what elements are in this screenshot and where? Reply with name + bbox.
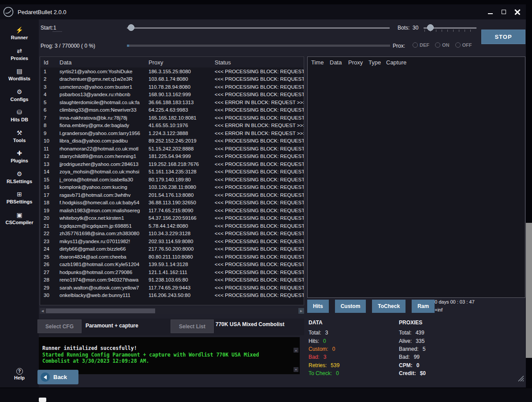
sidebar-item-rlsettings[interactable]: ⚙RLSettings [0, 167, 39, 188]
log-line: Runner initialized succesfully! [42, 345, 288, 352]
table-row[interactable]: 6climbing33@msn.com:Newriver3364.225.4.6… [40, 106, 304, 114]
table-row[interactable]: 17ragavb71@hotmail.com:3whthv201.54.176.… [40, 191, 304, 199]
column-header-type[interactable]: Type [368, 59, 386, 66]
stat-row: Credit:$0 [399, 369, 426, 377]
table-row[interactable]: 29sarah.walton@outlook.com:yellow7117.74… [40, 284, 304, 292]
bots-slider[interactable] [424, 24, 476, 32]
stop-button[interactable]: STOP [481, 30, 525, 44]
cell-data: climbing33@msn.com:Newriver33 [60, 107, 149, 113]
table-row[interactable]: 16komplonk@yahoo.com:kucing103.126.238.1… [40, 184, 304, 192]
minimize-button[interactable] [486, 7, 494, 17]
column-header-time[interactable]: Time [311, 59, 330, 66]
scroll-right-arrow-icon[interactable] [298, 308, 304, 314]
results-hscrollbar[interactable] [40, 308, 304, 314]
table-row[interactable]: 25rbaron4834@aol.com:cheeba80.80.211.110… [40, 253, 304, 261]
start-slider[interactable] [127, 24, 390, 32]
tab-hits[interactable]: Hits [307, 300, 329, 313]
scrollbar-thumb[interactable] [46, 308, 155, 313]
table-row[interactable]: 7inna-nakhratova@bk.ru:78j78j165.165.182… [40, 114, 304, 122]
bots-slider-thumb[interactable] [427, 24, 434, 31]
scroll-left-arrow-icon[interactable] [40, 308, 45, 314]
stat-value: 0 [323, 338, 326, 344]
sidebar-item-help[interactable]: Help [0, 368, 39, 380]
table-row[interactable]: 15j_orona@hotmail.com:isabella3080.179.1… [40, 176, 304, 184]
table-row[interactable]: 10libra_disa@yahoo.com:padibu89.252.152.… [40, 137, 304, 145]
prox-option-def[interactable]: DEF [413, 42, 429, 48]
table-row[interactable]: 2drachentuer@gmx.net:q1w2e3R103.68.1.74:… [40, 75, 304, 83]
table-row[interactable]: 23mikys11@yandex.ru:07011982!202.93.114.… [40, 237, 304, 245]
stat-label: To Check: [309, 370, 332, 376]
titlebar[interactable]: PedaretBullet 2.0.0 [0, 4, 526, 19]
back-button[interactable]: Back [37, 370, 78, 384]
cell-data: f.hodgkiss@homecall.co.uk:baby54 [60, 200, 149, 205]
sidebar-item-plugins[interactable]: ✚Plugins [0, 146, 39, 167]
table-row[interactable]: 14zoya_mohsin@hotmail.co.uk:mohsi51.161.… [40, 168, 304, 176]
sidebar-item-configs[interactable]: ⚙Configs [0, 85, 39, 105]
table-row[interactable]: 4psbarbos13@yandex.ru:rhbcnb168.90.13.16… [40, 91, 304, 99]
tab-custom[interactable]: Custom [335, 300, 366, 313]
column-header-data[interactable]: Data [60, 59, 149, 66]
cell-data: starrychild89@msn.com:henning1 [60, 154, 149, 159]
table-row[interactable]: 3usmctenzo@yahoo.com:buster1110.78.28.94… [40, 83, 304, 91]
sidebar-item-runner[interactable]: ⚡Runner [0, 23, 39, 44]
cell-id: 9 [44, 131, 60, 136]
table-row[interactable]: 11rhonamoran22@hotmail.co.uk:motl51.15.2… [40, 145, 304, 153]
prox-option-on[interactable]: ON [435, 42, 450, 48]
table-row[interactable]: 13jjrodriguezher@yahoo.com:284613119.252… [40, 160, 304, 168]
tab-ram[interactable]: Ram [412, 300, 435, 313]
maximize-button[interactable] [500, 7, 508, 17]
column-header-id[interactable]: Id [44, 59, 60, 66]
taskbar-app-icon[interactable] [39, 398, 46, 402]
table-row[interactable]: 21icgdqazm@icgdqazm.jp:6988515.78.44.142… [40, 222, 304, 230]
column-header-status[interactable]: Status [215, 59, 304, 66]
scroll-up-arrow-icon[interactable] [294, 348, 298, 353]
sidebar-item-pbsettings[interactable]: ⊞PBSettings [0, 187, 39, 208]
resize-grip[interactable] [517, 374, 525, 382]
sidebar-item-proxies[interactable]: ⇄Proxies [0, 44, 39, 64]
table-row[interactable]: 22zh357761698@sina.com:zh383080110.34.3.… [40, 230, 304, 238]
table-row[interactable]: 12starrychild89@msn.com:henning1181.225.… [40, 153, 304, 161]
log-scrollbar[interactable] [294, 337, 299, 374]
sidebar-item-tools[interactable]: ⚒Tools [0, 126, 39, 147]
table-row[interactable]: 27hodpunks@hotmail.com:279086121.1.41.16… [40, 268, 304, 276]
cell-data: mikys11@yandex.ru:07011982! [60, 239, 149, 244]
table-row[interactable]: 30onkelblacky@web.de:bunny111116.206.243… [40, 292, 304, 300]
sidebar-item-wordlists[interactable]: ▤Wordlists [0, 64, 39, 85]
cell-id: 3 [44, 84, 60, 90]
table-row[interactable]: 24dirtyb66@gmail.com:bizzle66217.76.50.2… [40, 245, 304, 253]
stat-label: Bad: [399, 354, 410, 360]
table-row[interactable]: 26cazb1981@hotmail.com:Kyle51204139.59.1… [40, 261, 304, 269]
close-button[interactable] [513, 7, 521, 17]
cell-status: <<< PROCESSING BLOCK: REQUEST >> [215, 169, 304, 174]
cell-data: slaughterdomicile@hotmail.co.uk:fa [60, 100, 149, 105]
scroll-down-arrow-icon[interactable] [294, 367, 298, 372]
table-row[interactable]: 5slaughterdomicile@hotmail.co.uk:fa36.66… [40, 98, 304, 106]
column-header-proxy[interactable]: Proxy [149, 59, 215, 66]
column-header-proxy[interactable]: Proxy [348, 59, 368, 66]
start-input[interactable] [52, 24, 62, 32]
table-row[interactable]: 19malish1983@msn.com:malishsereg117.74.6… [40, 207, 304, 214]
table-row[interactable]: 28reno1974@msn.com:940327thawa91.238.103… [40, 276, 304, 284]
cell-id: 30 [44, 293, 60, 298]
stat-label: CPM: [399, 362, 413, 368]
table-row[interactable]: 8fiona.embley@gmx.de:baglady41.65.55.10:… [40, 122, 304, 130]
tab-tocheck[interactable]: ToCheck [372, 300, 406, 313]
cell-proxy: 36.88.113.190:32650 [149, 200, 215, 205]
column-header-data[interactable]: Data [330, 59, 348, 66]
prox-option-off[interactable]: OFF [455, 42, 472, 48]
start-slider-thumb[interactable] [128, 24, 134, 31]
table-row[interactable]: 18f.hodgkiss@homecall.co.uk:baby5436.88.… [40, 199, 304, 207]
sidebar-item-cscompiler[interactable]: ▣CSCompiler [0, 208, 39, 229]
sidebar-item-label: Wordlists [8, 76, 30, 81]
table-row[interactable]: 20whiteboytk@cox.net:kirsten154.37.156.2… [40, 214, 304, 222]
select-cfg-button[interactable]: Select CFG [37, 319, 82, 333]
column-header-capture[interactable]: Capture [386, 59, 525, 66]
cell-id: 4 [44, 92, 60, 97]
sidebar-item-hits-db[interactable]: ⛁Hits DB [0, 105, 39, 126]
table-row[interactable]: 9l.granderson@yahoo.com:larry19561.224.3… [40, 129, 304, 137]
stat-row: Retries:539 [309, 361, 339, 369]
table-row[interactable]: 1syrtis21@yahoo.com:YoshiDuke186.3.155.2… [40, 68, 304, 75]
stat-value: 539 [331, 362, 339, 368]
select-list-button[interactable]: Select List [171, 319, 214, 333]
minimize-icon [488, 13, 493, 14]
